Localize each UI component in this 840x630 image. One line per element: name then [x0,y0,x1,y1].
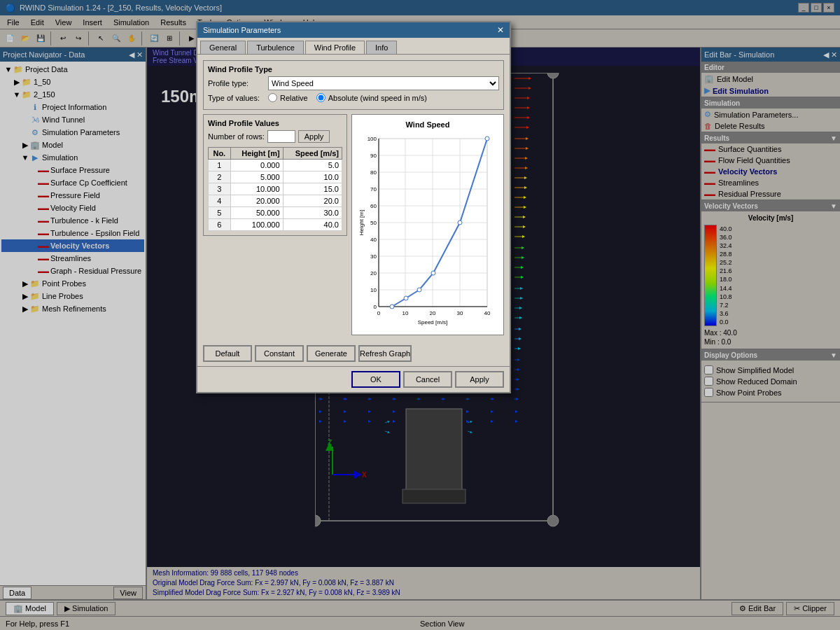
svg-text:50: 50 [370,220,377,226]
svg-text:Speed [m/s]: Speed [m/s] [418,319,448,326]
svg-text:0: 0 [374,304,377,310]
cell-height[interactable]: 100.000 [230,219,283,231]
wind-speed-chart: Wind Speed [351,114,504,335]
table-row[interactable]: 310.00015.0 [209,183,342,195]
relative-radio-label[interactable]: Relative [268,93,308,102]
cell-no: 3 [209,183,231,195]
wind-profile-values-group: Wind Profile Values Number of rows: 6 Ap… [203,114,347,236]
svg-text:10: 10 [370,287,377,293]
type-of-values-label: Type of values: [208,94,264,102]
svg-text:40: 40 [370,237,377,243]
apply-dialog-button[interactable]: Apply [455,371,504,388]
radio-group: Relative Absolute (wind speed in m/s) [268,93,427,102]
generate-button[interactable]: Generate [307,345,356,362]
col-no: No. [209,148,231,160]
wind-profile-type-title: Wind Profile Type [208,65,499,74]
svg-text:80: 80 [370,169,377,176]
cell-no: 5 [209,207,231,219]
cell-height[interactable]: 50.000 [230,207,283,219]
tab-general[interactable]: General [200,41,246,54]
svg-point-366 [417,288,421,292]
wind-profile-table: No. Height [m] Speed [m/s] 10.0005.025.0… [208,147,342,231]
cell-speed[interactable]: 10.0 [283,172,342,183]
refresh-graph-button[interactable]: Refresh Graph [358,345,412,362]
chart-container: Wind Speed [352,115,503,335]
default-button[interactable]: Default [203,345,252,362]
tab-turbulence[interactable]: Turbulence [247,41,304,54]
profile-type-label: Profile type: [208,79,264,88]
table-row[interactable]: 6100.00040.0 [209,219,342,231]
absolute-radio-label[interactable]: Absolute (wind speed in m/s) [316,93,427,102]
cell-height[interactable]: 0.000 [230,160,283,172]
svg-text:20: 20 [370,270,377,276]
relative-radio[interactable] [268,93,277,102]
simulation-parameters-dialog: Simulation Parameters ✕ General Turbulen… [196,21,511,393]
chart-svg: 0 10 20 30 40 50 60 70 80 90 100 [358,132,498,328]
svg-point-367 [431,271,435,275]
col-speed: Speed [m/s] [283,148,342,160]
svg-text:Height [m]: Height [m] [358,210,365,235]
tab-info[interactable]: Info [366,41,397,54]
tab-wind-profile[interactable]: Wind Profile [305,41,365,54]
cell-speed[interactable]: 5.0 [283,160,342,172]
svg-text:20: 20 [430,310,436,316]
svg-text:40: 40 [484,310,491,316]
svg-text:60: 60 [370,203,377,209]
profile-type-row: Profile type: Wind Speed [208,76,499,90]
cell-height[interactable]: 10.000 [230,183,283,195]
modal-tab-bar: General Turbulence Wind Profile Info [197,38,510,55]
table-row[interactable]: 550.00030.0 [209,207,342,219]
ok-button[interactable]: OK [351,371,400,388]
cell-speed[interactable]: 20.0 [283,195,342,207]
svg-text:30: 30 [457,310,463,316]
cell-no: 1 [209,160,231,172]
cell-no: 4 [209,195,231,207]
svg-text:100: 100 [368,136,377,142]
num-rows-label: Number of rows: [208,132,265,141]
wind-profile-table-area: Wind Profile Values Number of rows: 6 Ap… [203,114,347,335]
apply-button[interactable]: Apply [298,130,330,143]
modal-bottom-buttons: Default Constant Generate Refresh Graph [197,341,510,366]
cell-speed[interactable]: 15.0 [283,183,342,195]
svg-point-368 [458,220,462,225]
wind-profile-values-title: Wind Profile Values [208,119,342,127]
constant-button[interactable]: Constant [255,345,304,362]
svg-point-364 [390,304,394,309]
num-rows-input[interactable]: 6 [267,130,295,143]
table-row[interactable]: 25.00010.0 [209,172,342,183]
col-height: Height [m] [230,148,283,160]
modal-body: Wind Profile Type Profile type: Wind Spe… [197,55,510,341]
svg-text:0: 0 [377,310,381,316]
modal-title-bar: Simulation Parameters ✕ [197,22,510,38]
modal-close-button[interactable]: ✕ [497,25,504,35]
svg-text:10: 10 [402,310,409,316]
cell-speed[interactable]: 30.0 [283,207,342,219]
modal-footer: OK Cancel Apply [197,366,510,392]
cell-height[interactable]: 20.000 [230,195,283,207]
cell-speed[interactable]: 40.0 [283,219,342,231]
table-row[interactable]: 420.00020.0 [209,195,342,207]
wind-profile-split: Wind Profile Values Number of rows: 6 Ap… [203,114,504,335]
svg-point-365 [404,296,408,300]
num-rows-row: Number of rows: 6 Apply [208,130,342,143]
wind-profile-type-group: Wind Profile Type Profile type: Wind Spe… [203,60,504,110]
cell-no: 2 [209,172,231,183]
cancel-button[interactable]: Cancel [403,371,452,388]
absolute-radio[interactable] [316,93,326,102]
type-of-values-row: Type of values: Relative Absolute (wind … [208,93,499,102]
modal-title-text: Simulation Parameters [203,26,281,34]
profile-type-select[interactable]: Wind Speed [268,76,499,90]
svg-text:30: 30 [370,253,377,260]
svg-text:90: 90 [370,153,377,159]
chart-title: Wind Speed [358,120,498,129]
cell-no: 6 [209,219,231,231]
cell-height[interactable]: 5.000 [230,172,283,183]
svg-text:70: 70 [370,186,377,192]
svg-point-369 [485,136,489,141]
modal-overlay: Simulation Parameters ✕ General Turbulen… [0,0,840,630]
table-row[interactable]: 10.0005.0 [209,160,342,172]
